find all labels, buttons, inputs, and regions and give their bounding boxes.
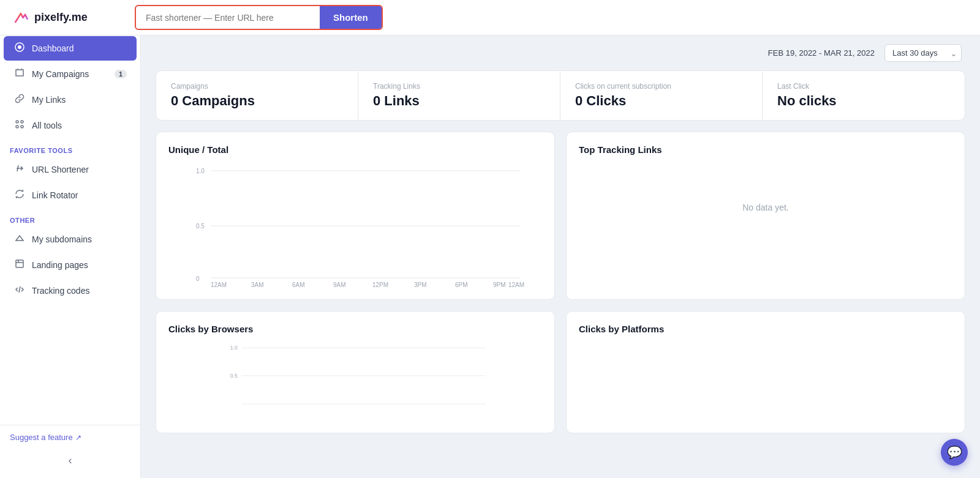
favorite-tools-title: FAVORITE TOOLS [0,138,140,157]
sidebar-item-links[interactable]: My Links [4,88,137,112]
unique-total-chart-area: 1.0 0.5 0 12AM 3AM 6AM 9AM 12PM 3PM [168,165,542,287]
sidebar-item-subdomains[interactable]: My subdomains [4,227,137,252]
sidebar: Dashboard My Campaigns 1 My Links All to… [0,35,141,478]
svg-text:0: 0 [196,275,200,282]
sidebar-item-label: My subdomains [32,234,92,244]
unique-total-chart: Unique / Total 1.0 0.5 0 12AM 3AM [156,132,555,300]
campaigns-icon [13,68,26,80]
stat-campaigns-label: Campaigns [171,82,343,91]
svg-text:9PM: 9PM [493,282,506,287]
stat-clicks: Clicks on current subscription 0 Clicks [560,71,763,120]
no-data-message: No data yet. [579,165,952,250]
url-input[interactable] [136,8,320,28]
other-title: OTHER [0,208,140,226]
stat-last-click-label: Last Click [777,82,950,91]
sidebar-footer: Suggest a feature ↗ [0,425,140,449]
stats-row: Campaigns 0 Campaigns Tracking Links 0 L… [156,70,965,121]
clicks-by-browsers-title: Clicks by Browsers [168,324,542,334]
date-select[interactable]: Last 30 days Last 7 days Last 90 days Cu… [884,44,962,62]
unique-total-title: Unique / Total [168,144,542,155]
svg-text:12AM: 12AM [211,282,227,287]
sidebar-item-label: Landing pages [32,260,88,270]
sidebar-item-label: All tools [32,121,62,130]
svg-text:0.5: 0.5 [230,373,238,379]
svg-text:12PM: 12PM [372,282,388,287]
sidebar-item-tracking-codes[interactable]: Tracking codes [4,278,137,303]
sidebar-item-label: My Campaigns [32,69,89,79]
top-tracking-links-card: Top Tracking Links No data yet. [566,132,965,300]
clicks-by-browsers-svg: 1.0 0.5 [168,344,542,411]
top-tracking-links-title: Top Tracking Links [579,144,952,155]
stat-clicks-value: 0 Clicks [575,93,747,109]
clicks-by-platforms-card: Clicks by Platforms [566,311,965,433]
stat-campaigns: Campaigns 0 Campaigns [156,71,358,120]
sidebar-item-alltools[interactable]: All tools [4,113,137,138]
sidebar-item-landing-pages[interactable]: Landing pages [4,253,137,277]
url-shortener-icon [13,163,26,176]
stat-campaigns-value: 0 Campaigns [171,93,343,109]
date-select-wrap: Last 30 days Last 7 days Last 90 days Cu… [884,44,962,62]
date-range-text: FEB 19, 2022 - MAR 21, 2022 [768,48,875,58]
external-link-icon: ↗ [75,433,81,442]
dashboard-icon [13,42,26,54]
shorten-button[interactable]: Shorten [320,6,382,29]
stat-links: Tracking Links 0 Links [358,71,560,120]
svg-text:6PM: 6PM [455,282,468,287]
main-layout: Dashboard My Campaigns 1 My Links All to… [0,35,980,478]
clicks-by-platforms-title: Clicks by Platforms [579,324,952,334]
sidebar-item-label: Dashboard [32,43,74,53]
svg-point-1 [18,45,21,49]
stat-links-label: Tracking Links [373,82,545,91]
sidebar-item-link-rotator[interactable]: Link Rotator [4,183,137,207]
svg-point-4 [16,125,18,128]
sidebar-item-campaigns[interactable]: My Campaigns 1 [4,62,137,86]
charts-grid: Unique / Total 1.0 0.5 0 12AM 3AM [141,132,980,311]
sidebar-item-label: Tracking codes [32,286,89,296]
logo: pixelfy.me [12,9,110,26]
sidebar-item-label: My Links [32,95,66,105]
link-rotator-icon [13,189,26,201]
unique-total-svg: 1.0 0.5 0 12AM 3AM 6AM 9AM 12PM 3PM [168,165,542,287]
svg-text:3AM: 3AM [251,282,264,287]
subdomains-icon [13,233,26,245]
campaigns-badge: 1 [115,70,127,78]
clicks-by-browsers-card: Clicks by Browsers 1.0 0.5 [156,311,555,433]
svg-rect-6 [16,260,23,267]
suggest-feature-label: Suggest a feature [10,433,73,442]
stat-links-value: 0 Links [373,93,545,109]
stat-last-click-value: No clicks [777,93,950,109]
url-shortener-bar: Shorten [135,5,383,30]
logo-icon [12,9,29,26]
tracking-codes-icon [13,285,26,297]
sidebar-item-url-shortener[interactable]: URL Shortener [4,157,137,182]
sidebar-collapse-button[interactable]: ‹ [0,449,140,472]
svg-text:12AM: 12AM [508,282,524,287]
landing-pages-icon [13,259,26,271]
suggest-feature-link[interactable]: Suggest a feature ↗ [10,433,130,442]
collapse-icon: ‹ [69,454,72,467]
sidebar-item-label: URL Shortener [32,165,89,174]
links-icon [13,94,26,106]
content-header: FEB 19, 2022 - MAR 21, 2022 Last 30 days… [141,35,980,70]
svg-text:9AM: 9AM [333,282,346,287]
svg-text:1.0: 1.0 [196,168,205,174]
svg-point-5 [21,125,23,128]
stat-clicks-label: Clicks on current subscription [575,82,747,91]
alltools-icon [13,119,26,132]
svg-text:0.5: 0.5 [196,223,205,230]
svg-text:1.0: 1.0 [230,345,238,351]
chat-bubble[interactable]: 💬 [941,439,968,466]
stat-last-click: Last Click No clicks [763,71,965,120]
bottom-charts: Clicks by Browsers 1.0 0.5 Clicks by Pla… [141,311,980,446]
topbar: pixelfy.me Shorten [0,0,980,35]
sidebar-item-label: Link Rotator [32,190,78,200]
svg-point-2 [16,121,18,123]
content-area: FEB 19, 2022 - MAR 21, 2022 Last 30 days… [141,35,980,478]
logo-text: pixelfy.me [34,11,88,24]
sidebar-item-dashboard[interactable]: Dashboard [4,36,137,61]
svg-text:3PM: 3PM [414,282,427,287]
svg-point-3 [21,121,23,123]
chat-bubble-icon: 💬 [947,445,962,460]
svg-text:6AM: 6AM [292,282,305,287]
